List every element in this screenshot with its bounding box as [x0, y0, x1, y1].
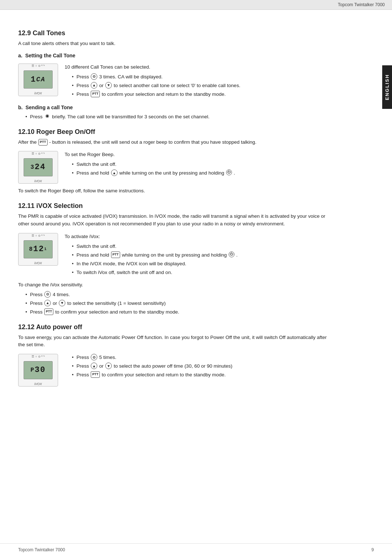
- auto-power-device-row: ☰ ♀ ⊙ ᵇ˙ᵇ P30 iVOX Press ⊙ 5 times. Pres…: [18, 354, 330, 387]
- section-12-12-title: 12.12 Auto power off: [18, 323, 330, 331]
- device-image-auto-power: ☰ ♀ ⊙ ᵇ˙ᵇ P30 iVOX: [18, 354, 58, 387]
- ivox-sensitivity-intro: To change the iVox sensitivity.: [18, 281, 330, 289]
- side-tab-label: ENGLISH: [384, 74, 390, 100]
- ivox-bullet-3: In the iVOX mode, the iVOX icon will be …: [72, 260, 330, 268]
- ptt-icon-2: PTT: [38, 139, 48, 146]
- ivox-sens-bullet-3: Press PTT to confirm your selection and …: [25, 308, 330, 316]
- main-content: 12.9 Call Tones A call tone alerts other…: [0, 10, 356, 405]
- subsection-a-label: a. Setting the Call Tone: [18, 53, 330, 58]
- device-top-icons-3: ☰ ♀ ⊙ ᵇ˙ᵇ: [32, 234, 44, 237]
- send-call-tone-bullet: Press ◉ briefly. The call tone will be t…: [25, 113, 330, 121]
- up-icon: ▲: [91, 82, 97, 89]
- roger-bullet-2: Press and hold ▲ while turning on the un…: [72, 169, 330, 177]
- ivox-intro: To activate iVox:: [65, 233, 330, 241]
- roger-after-text: To switch the Roger Beep off, follow the…: [18, 187, 330, 195]
- page-footer: Topcom Twintalker 7000 9: [0, 543, 392, 556]
- menu-icon-2: ⊙: [44, 291, 51, 298]
- device-label-ivox: iVOX: [34, 91, 42, 95]
- section-12-10-intro: After the PTT - button is released, the …: [18, 139, 330, 146]
- section-12-9: 12.9 Call Tones A call tone alerts other…: [18, 29, 330, 121]
- menu-icon-3: ⊙: [91, 354, 97, 360]
- top-header: Topcom Twintalker 7000: [0, 0, 392, 10]
- speaker-icon: ◉: [44, 113, 50, 119]
- device-image-roger: ☰ ♀ ⊙ ᵇ˙ᵇ 324 iVOX: [18, 151, 58, 184]
- page-container: Topcom Twintalker 7000 ENGLISH 12.9 Call…: [0, 0, 392, 556]
- ivox-sens-bullet-1: Press ⊙ 4 times.: [25, 291, 330, 299]
- ivox-activate-text: To activate iVox: Switch the unit off. P…: [65, 233, 330, 278]
- up-icon-2: ▲: [111, 169, 118, 176]
- section-12-11-title: 12.11 iVOX Selection: [18, 202, 330, 210]
- ptt-icon-3: PTT: [111, 252, 120, 258]
- ivox-device-row: ☰ ♀ ⊙ ᵇ˙ᵇ 8121 iVOX To activate iVox: Sw…: [18, 233, 330, 278]
- device-image-ca: ☰ ♀ ⊙ ᵇ˙ᵇ 1CA iVOX: [18, 64, 58, 96]
- auto-power-bullet-3: Press PTT to confirm your selection and …: [72, 371, 330, 379]
- auto-power-bullet-1: Press ⊙ 5 times.: [72, 354, 330, 361]
- down-icon-2: ▼: [59, 300, 65, 306]
- lcd-auto-power: P30: [24, 361, 53, 379]
- section-12-9-intro: A call tone alerts others that you want …: [18, 40, 330, 48]
- section-12-10: 12.10 Roger Beep On/Off After the PTT - …: [18, 128, 330, 195]
- ivox-sens-bullet-2: Press ▲ or ▼ to select the sensitivity (…: [25, 300, 330, 307]
- device-label-ivox-4: iVOX: [34, 382, 42, 386]
- footer-page: 9: [371, 547, 374, 552]
- call-tone-bullets: 10 different Call Tones can be selected.…: [65, 64, 330, 99]
- ivox-bullet-1: Switch the unit off.: [72, 243, 330, 250]
- auto-power-bullet-2: Press ▲ or ▼ to select the auto power of…: [72, 363, 330, 370]
- ivox-bullet-4: To switch iVox off, switch the unit off …: [72, 269, 330, 277]
- call-tone-text-1: 10 different Call Tones can be selected.: [65, 64, 330, 71]
- device-image-ivox: ☰ ♀ ⊙ ᵇ˙ᵇ 8121 iVOX: [18, 233, 58, 266]
- call-tone-device-row: ☰ ♀ ⊙ ᵇ˙ᵇ 1CA iVOX 10 different Call Ton…: [18, 64, 330, 99]
- menu-icon: ⊙: [91, 73, 97, 80]
- power-icon-2: ⏻: [229, 252, 234, 257]
- ptt-icon: PTT: [91, 91, 100, 97]
- device-top-icons: ☰ ♀ ⊙ ᵇ˙ᵇ: [32, 64, 44, 68]
- lcd-roger: 324: [24, 158, 53, 176]
- device-top-icons-2: ☰ ♀ ⊙ ᵇ˙ᵇ: [32, 152, 44, 155]
- ivox-bullet-2: Press and hold PTT while turning on the …: [72, 252, 330, 259]
- ptt-icon-4: PTT: [44, 308, 53, 315]
- up-icon-3: ▲: [44, 300, 51, 306]
- ptt-icon-5: PTT: [91, 371, 100, 378]
- down-icon-3: ▼: [105, 363, 112, 369]
- section-12-11-intro: The PMR is capable of voice activated (i…: [18, 213, 330, 228]
- roger-beep-intro: To set the Roger Beep.: [65, 151, 330, 159]
- roger-bullet-1: Switch the unit off.: [72, 161, 330, 168]
- power-icon: ⏻: [226, 169, 232, 175]
- roger-beep-device-row: ☰ ♀ ⊙ ᵇ˙ᵇ 324 iVOX To set the Roger Beep…: [18, 151, 330, 184]
- section-12-9-title: 12.9 Call Tones: [18, 29, 330, 37]
- section-12-12: 12.12 Auto power off To save energy, you…: [18, 323, 330, 387]
- section-12-11: 12.11 iVOX Selection The PMR is capable …: [18, 202, 330, 316]
- device-top-icons-4: ☰ ♀ ⊙ ᵇ˙ᵇ: [32, 355, 44, 358]
- down-icon: ▼: [105, 82, 112, 89]
- header-brand: Topcom Twintalker 7000: [338, 2, 385, 7]
- call-tone-bullet-3: Press PTT to confirm your selection and …: [72, 91, 330, 98]
- call-tone-bullet-2: Press ▲ or ▼ to select another call tone…: [72, 82, 330, 90]
- device-label-ivox-3: iVOX: [34, 261, 42, 265]
- side-tab-english: ENGLISH: [382, 65, 392, 109]
- section-12-12-intro: To save energy, you can activate the Aut…: [18, 334, 330, 349]
- section-12-10-title: 12.10 Roger Beep On/Off: [18, 128, 330, 136]
- up-icon-4: ▲: [91, 363, 97, 369]
- footer-brand: Topcom Twintalker 7000: [18, 547, 65, 552]
- roger-beep-text: To set the Roger Beep. Switch the unit o…: [65, 151, 330, 178]
- lcd-ivox: 8121: [24, 240, 53, 258]
- auto-power-bullets: Press ⊙ 5 times. Press ▲ or ▼ to select …: [65, 354, 330, 380]
- device-label-ivox-2: iVOX: [34, 179, 42, 183]
- call-tone-bullet-1: Press ⊙ 3 times. CA will be displayed.: [72, 73, 330, 81]
- subsection-b-label: b. Sending a call Tone: [18, 105, 330, 110]
- lcd-ca: 1CA: [24, 70, 53, 89]
